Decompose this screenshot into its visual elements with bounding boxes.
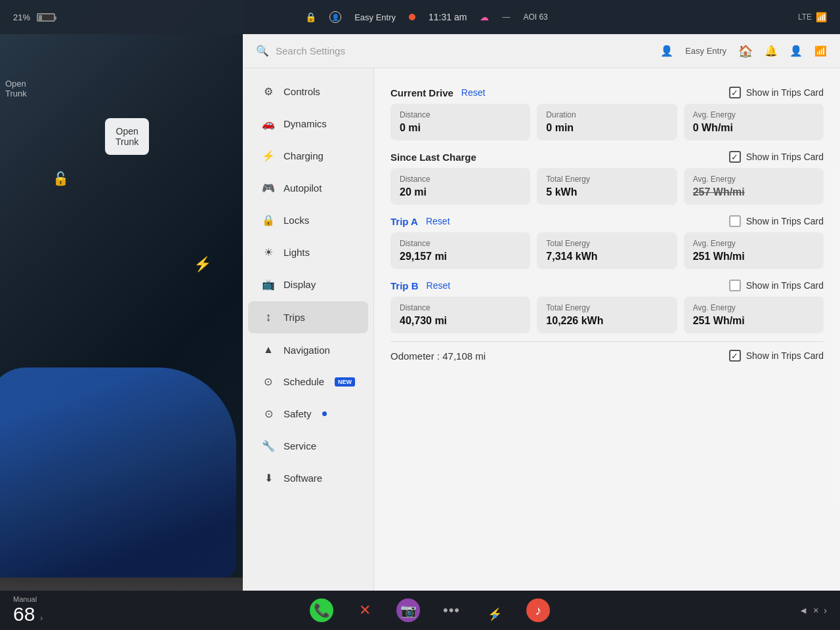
- sidebar-item-controls[interactable]: ⚙ Controls: [248, 76, 368, 107]
- since-last-charge-distance-value: 20 mi: [400, 186, 521, 198]
- open-trunk-popup[interactable]: OpenTrunk: [105, 118, 149, 155]
- search-placeholder: Search Settings: [276, 45, 345, 56]
- trip-b-header: Trip B Reset Show in Trips Card: [390, 280, 824, 291]
- odometer-show-trips[interactable]: ✓ Show in Trips Card: [729, 350, 824, 362]
- autopilot-label: Autopilot: [284, 182, 322, 194]
- sidebar-item-trips[interactable]: ↕ Trips: [248, 301, 368, 333]
- search-icon: 🔍: [256, 45, 269, 57]
- trip-a-label[interactable]: Trip A: [390, 216, 418, 227]
- trip-b-show-label: Show in Trips Card: [746, 280, 824, 291]
- trip-a-show-trips[interactable]: Show in Trips Card: [729, 215, 824, 227]
- sidebar-item-locks[interactable]: 🔒 Locks: [248, 205, 368, 236]
- taskbar-left: Manual 68 ›: [13, 595, 112, 625]
- current-drive-checkbox[interactable]: ✓: [729, 87, 741, 98]
- battery-fill: [39, 15, 42, 21]
- easy-entry-label[interactable]: Easy Entry: [354, 12, 396, 22]
- controls-icon: ⚙: [261, 85, 276, 98]
- lock-status-icon: 🔒: [305, 12, 316, 22]
- trip-b-label[interactable]: Trip B: [390, 280, 419, 291]
- trips-label: Trips: [284, 312, 305, 323]
- since-last-charge-stats: Distance 20 mi Total Energy 5 kWh Avg. E…: [390, 168, 824, 205]
- safety-dot: [322, 411, 327, 416]
- dynamics-label: Dynamics: [284, 118, 327, 129]
- trip-a-stats: Distance 29,157 mi Total Energy 7,314 kW…: [390, 232, 824, 269]
- sidebar-item-lights[interactable]: ☀ Lights: [248, 237, 368, 268]
- trip-a-energy-card: Total Energy 7,314 kWh: [537, 232, 677, 269]
- since-last-charge-distance-card: Distance 20 mi: [390, 168, 530, 205]
- display-label: Display: [284, 279, 316, 290]
- sidebar-item-service[interactable]: 🔧 Service: [248, 430, 368, 461]
- volume-left-icon[interactable]: ◄: [799, 605, 808, 616]
- navigation-label: Navigation: [284, 345, 330, 356]
- software-label: Software: [284, 472, 322, 484]
- since-last-charge-avg-card: Avg. Energy 257 Wh/mi: [684, 168, 824, 205]
- schedule-label: Schedule: [283, 376, 324, 387]
- sidebar-item-autopilot[interactable]: 🎮 Autopilot: [248, 173, 368, 203]
- since-last-charge-header: Since Last Charge ✓ Show in Trips Card: [390, 151, 824, 163]
- battery-tip: [54, 16, 56, 20]
- sidebar-item-dynamics[interactable]: 🚗 Dynamics: [248, 108, 368, 139]
- lte-label: LTE: [798, 12, 812, 22]
- autopilot-icon: 🎮: [261, 182, 276, 194]
- sidebar-item-navigation[interactable]: ▲ Navigation: [248, 335, 368, 365]
- search-input-area[interactable]: 🔍 Search Settings: [256, 45, 650, 57]
- trip-b-energy-label: Total Energy: [546, 303, 667, 312]
- close-x-icon[interactable]: ✕: [353, 598, 377, 622]
- sidebar-item-software[interactable]: ⬇ Software: [248, 463, 368, 494]
- trip-b-avg-value: 251 Wh/mi: [693, 315, 814, 327]
- trip-b-show-trips[interactable]: Show in Trips Card: [729, 280, 824, 291]
- current-drive-reset[interactable]: Reset: [461, 87, 486, 98]
- phone-icon[interactable]: 📞: [310, 598, 333, 622]
- lights-label: Lights: [284, 247, 310, 258]
- weather-icon: ☁: [480, 12, 489, 22]
- content-area: ⚙ Controls 🚗 Dynamics ⚡ Charging 🎮 Autop…: [243, 68, 840, 591]
- settings-panel: 🔍 Search Settings 👤 Easy Entry 🏠 🔔 👤 📶 ⚙…: [243, 34, 840, 591]
- sidebar: ⚙ Controls 🚗 Dynamics ⚡ Charging 🎮 Autop…: [243, 68, 374, 591]
- navigation-icon: ▲: [261, 344, 276, 356]
- odometer-checkbox[interactable]: ✓: [729, 350, 741, 362]
- speed-chevron-right: ›: [40, 613, 43, 623]
- camera-icon[interactable]: 📷: [396, 598, 420, 622]
- search-bar: 🔍 Search Settings 👤 Easy Entry 🏠 🔔 👤 📶: [243, 34, 840, 68]
- locks-icon: 🔒: [261, 214, 276, 226]
- search-bar-right: 👤 Easy Entry 🏠 🔔 👤 📶: [660, 44, 827, 58]
- current-drive-distance-card: Distance 0 mi: [390, 104, 530, 140]
- trip-b-energy-value: 10,226 kWh: [546, 315, 667, 327]
- current-drive-show-trips[interactable]: ✓ Show in Trips Card: [729, 87, 824, 98]
- trip-a-avg-label: Avg. Energy: [693, 239, 814, 248]
- trip-b-distance-label: Distance: [400, 303, 521, 312]
- service-label: Service: [284, 440, 316, 452]
- current-drive-distance-value: 0 mi: [400, 122, 521, 134]
- trip-a-show-label: Show in Trips Card: [746, 216, 824, 226]
- sidebar-item-schedule[interactable]: ⊙ Schedule NEW: [248, 366, 368, 397]
- trip-a-checkbox[interactable]: [729, 215, 741, 227]
- trip-a-reset[interactable]: Reset: [426, 216, 450, 226]
- sidebar-item-display[interactable]: 📺 Display: [248, 269, 368, 300]
- trip-a-distance-value: 29,157 mi: [400, 251, 521, 262]
- schedule-icon: ⊙: [261, 375, 275, 388]
- current-drive-duration-value: 0 min: [546, 122, 667, 134]
- weather-separator: —: [502, 12, 510, 22]
- person-icon: 👤: [789, 45, 803, 57]
- bluetooth-dot: [493, 614, 497, 618]
- since-last-charge-checkbox[interactable]: ✓: [729, 151, 741, 163]
- trip-b-avg-card: Avg. Energy 251 Wh/mi: [684, 297, 824, 333]
- sidebar-item-safety[interactable]: ⊙ Safety: [248, 398, 368, 429]
- dots-icon[interactable]: •••: [440, 598, 463, 622]
- network-label: AOI 63: [523, 12, 547, 22]
- manual-label: Manual: [13, 595, 43, 603]
- trip-b-reset[interactable]: Reset: [427, 280, 451, 291]
- home-icon: 🏠: [738, 44, 753, 58]
- music-icon[interactable]: ♪: [526, 598, 550, 622]
- charging-label: Charging: [284, 150, 324, 161]
- safety-icon: ⊙: [261, 408, 276, 420]
- since-last-charge-show-trips[interactable]: ✓ Show in Trips Card: [729, 151, 824, 163]
- trip-b-checkbox[interactable]: [729, 280, 741, 291]
- trip-a-distance-card: Distance 29,157 mi: [390, 232, 530, 269]
- taskbar: Manual 68 › 📞 ✕ 📷 ••• ⚡ ♪ ◄ × ›: [0, 591, 840, 630]
- volume-right-arrow[interactable]: ›: [824, 605, 827, 616]
- sidebar-item-charging[interactable]: ⚡ Charging: [248, 140, 368, 171]
- trip-b-energy-card: Total Energy 10,226 kWh: [537, 297, 677, 333]
- current-drive-energy-label: Avg. Energy: [693, 110, 814, 119]
- current-drive-show-label: Show in Trips Card: [746, 87, 824, 98]
